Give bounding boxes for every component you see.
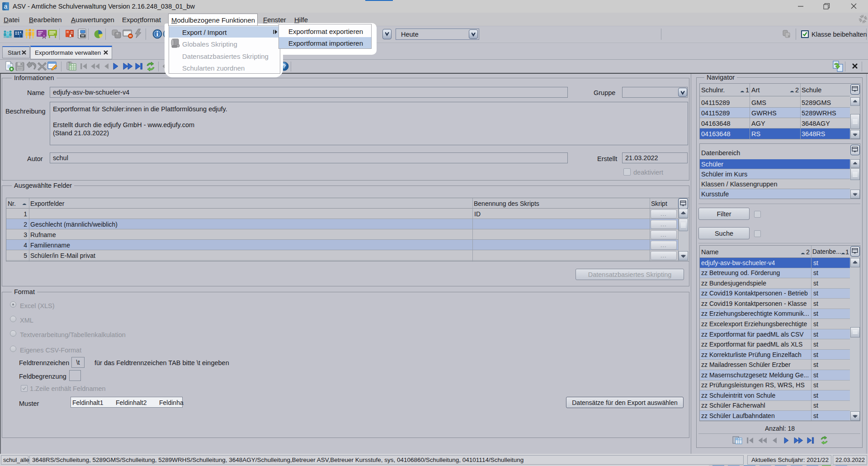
svg-text:a: a — [4, 3, 8, 10]
